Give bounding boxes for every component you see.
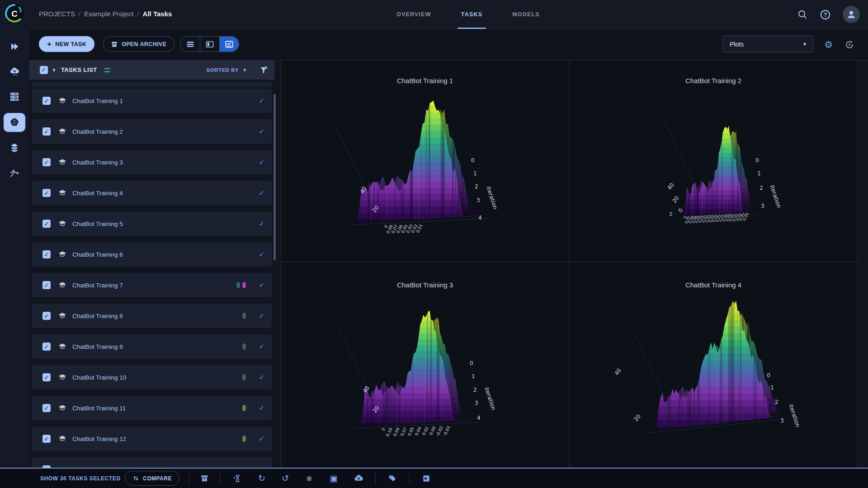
- task-type-icon: [58, 343, 67, 351]
- row-checkbox[interactable]: ✓: [42, 343, 51, 351]
- row-checkbox[interactable]: ✓: [42, 250, 51, 258]
- plots-scroll-gutter[interactable]: [857, 61, 868, 468]
- select-all-checkbox[interactable]: ✓: [40, 66, 48, 74]
- tune-icon[interactable]: [103, 66, 112, 75]
- abort-all-icon[interactable]: ▣: [326, 469, 341, 488]
- plot-card: 402000123iterationz00.070.060.060.050.05…: [569, 61, 858, 262]
- help-icon[interactable]: ?: [820, 9, 831, 20]
- auto-refresh-icon[interactable]: [844, 40, 854, 52]
- task-name[interactable]: ChatBot Training 2: [72, 128, 123, 135]
- plots-view-button[interactable]: [219, 37, 239, 52]
- task-row[interactable]: ✓ChatBot Training 2✓: [32, 119, 272, 144]
- open-archive-button[interactable]: OPEN ARCHIVE: [103, 36, 175, 52]
- breadcrumb: PROJECTS/Example Project/All Tasks: [39, 10, 172, 18]
- tab-overview[interactable]: OVERVIEW: [393, 0, 435, 29]
- row-checkbox[interactable]: ✓: [42, 127, 51, 136]
- svg-text:0.07: 0.07: [400, 427, 408, 436]
- user-avatar[interactable]: [843, 6, 860, 23]
- svg-text:0: 0: [471, 157, 475, 164]
- split-view-button[interactable]: [200, 37, 219, 52]
- task-type-icon: [58, 374, 67, 381]
- svg-text:4: 4: [477, 415, 481, 421]
- breadcrumb-projects[interactable]: PROJECTS: [39, 10, 75, 18]
- surface-plot[interactable]: 402001234iteration00.100.090.070.050.040…: [281, 262, 569, 468]
- svg-text:2: 2: [475, 183, 478, 190]
- row-checkbox[interactable]: ✓: [42, 220, 51, 228]
- sidebar-item-pipelines[interactable]: [4, 164, 25, 183]
- task-name[interactable]: ChatBot Training 1: [72, 98, 123, 104]
- tab-tasks[interactable]: TASKS: [458, 0, 486, 29]
- filter-icon[interactable]: [259, 66, 268, 75]
- table-view-button[interactable]: [180, 37, 200, 52]
- svg-text:z: z: [670, 211, 672, 217]
- breadcrumb-project[interactable]: Example Project: [84, 10, 133, 18]
- task-row[interactable]: ✓ChatBot Training 9✓: [32, 334, 272, 359]
- tab-models[interactable]: MODELS: [509, 0, 543, 29]
- row-checkbox[interactable]: ✓: [42, 97, 51, 105]
- sidebar-item-queues[interactable]: [4, 87, 25, 106]
- task-name[interactable]: ChatBot Training 8: [72, 313, 123, 319]
- task-row[interactable]: ✓ChatBot Training 12✓: [32, 427, 272, 451]
- task-name[interactable]: ChatBot Training 11: [72, 405, 126, 412]
- surface-plot[interactable]: 402001234iteration00.080.070.060.050.030…: [281, 61, 569, 262]
- task-row[interactable]: ✓ChatBot Training 8✓: [32, 304, 272, 328]
- task-name[interactable]: ChatBot Training 5: [72, 221, 123, 227]
- search-icon[interactable]: [797, 9, 808, 20]
- task-row[interactable]: ✓ChatBot Training 5✓: [32, 211, 272, 236]
- row-checkbox[interactable]: ✓: [42, 435, 51, 443]
- row-checkbox[interactable]: ✓: [42, 373, 51, 381]
- svg-text:1: 1: [757, 170, 761, 177]
- row-checkbox[interactable]: ✓: [42, 312, 51, 320]
- revert-icon[interactable]: ↺: [278, 469, 293, 488]
- task-row[interactable]: ✓: [32, 457, 272, 468]
- task-row[interactable]: ✓ChatBot Training 7✓: [32, 273, 272, 297]
- task-row[interactable]: ✓ChatBot Training 6✓: [32, 242, 272, 267]
- archive-icon[interactable]: [197, 469, 212, 488]
- move-to-project-icon[interactable]: [419, 469, 434, 488]
- row-checkbox[interactable]: ✓: [42, 158, 51, 166]
- reset-icon[interactable]: ↻: [254, 469, 269, 488]
- selection-count-label[interactable]: SHOW 30 TASKS SELECTED: [40, 469, 121, 488]
- task-name[interactable]: ChatBot Training 10: [72, 374, 126, 381]
- abort-icon[interactable]: ■: [302, 469, 317, 488]
- sidebar-item-workers[interactable]: [4, 62, 25, 81]
- task-row[interactable]: ✓ChatBot Training 1✓: [32, 89, 272, 113]
- settings-gear-icon[interactable]: ⚙: [824, 40, 833, 49]
- tag-dot: [242, 404, 246, 412]
- task-row[interactable]: ✓ChatBot Training 10✓: [32, 365, 272, 389]
- sidebar-item-projects[interactable]: [4, 37, 25, 56]
- sidebar-item-applications[interactable]: [4, 113, 25, 132]
- app-logo[interactable]: C: [5, 4, 24, 23]
- metric-dropdown[interactable]: Plots ▼: [723, 36, 813, 52]
- task-row[interactable]: ✓ChatBot Training 11✓: [32, 396, 272, 420]
- row-checkbox[interactable]: ✓: [42, 404, 51, 412]
- tasks-scrollbar[interactable]: [274, 94, 276, 260]
- app-root: C: [0, 0, 868, 488]
- publish-icon[interactable]: [351, 469, 366, 488]
- status-completed-icon: ✓: [246, 97, 264, 105]
- surface-plot[interactable]: 402000123iterationz00.070.060.060.050.05…: [569, 61, 858, 262]
- svg-text:0: 0: [767, 372, 770, 379]
- enqueue-icon[interactable]: [230, 469, 245, 488]
- plots-panel: 402001234iteration00.080.070.060.050.030…: [281, 60, 868, 468]
- status-completed-icon: ✓: [246, 158, 264, 166]
- task-name[interactable]: ChatBot Training 6: [72, 251, 123, 258]
- select-all-chevron-icon[interactable]: ▼: [52, 67, 57, 73]
- task-name[interactable]: ChatBot Training 4: [72, 190, 123, 197]
- task-type-icon: [58, 282, 67, 289]
- task-name[interactable]: ChatBot Training 9: [72, 343, 123, 350]
- row-checkbox[interactable]: ✓: [42, 281, 51, 289]
- sorted-by-button[interactable]: SORTED BY: [207, 67, 239, 73]
- surface-plot[interactable]: 40200123iteration: [569, 262, 858, 468]
- sidebar-item-datasets[interactable]: [4, 138, 25, 157]
- task-name[interactable]: ChatBot Training 3: [72, 159, 123, 166]
- row-checkbox[interactable]: ✓: [42, 189, 51, 197]
- new-task-button[interactable]: + NEW TASK: [39, 36, 94, 52]
- task-name[interactable]: ChatBot Training 12: [72, 436, 126, 442]
- tag-icon[interactable]: [385, 469, 400, 488]
- status-completed-icon: ✓: [246, 220, 264, 228]
- compare-button[interactable]: COMPARE: [125, 471, 179, 486]
- task-name[interactable]: ChatBot Training 7: [72, 282, 123, 289]
- task-row[interactable]: ✓ChatBot Training 3✓: [32, 150, 272, 174]
- task-row[interactable]: ✓ChatBot Training 4✓: [32, 181, 272, 205]
